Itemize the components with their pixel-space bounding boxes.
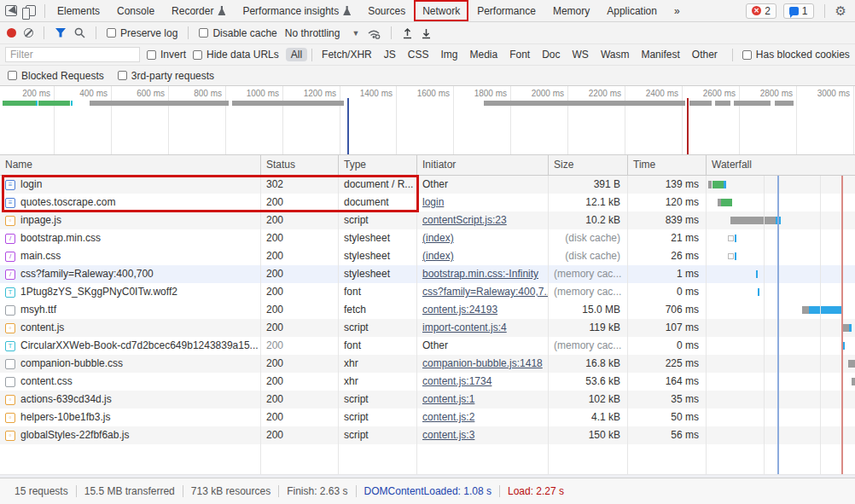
table-row[interactable]: ▫content.js200scriptimport-content.js:41… [0,319,855,337]
table-row[interactable]: content.css200xhrcontent.js:173453.6 kB1… [0,373,855,391]
record-button[interactable] [7,28,16,38]
initiator-link[interactable]: content.js:24193 [422,304,497,316]
checkbox[interactable] [193,50,202,60]
filter-pill-media[interactable]: Media [464,48,503,61]
type-cell: script [339,426,417,444]
blocked-requests-checkbox[interactable]: Blocked Requests [8,70,104,82]
initiator-link[interactable]: css?family=Raleway:400,7... [422,286,549,298]
filter-pill-css[interactable]: CSS [403,48,434,61]
initiator-link[interactable]: content.js:1734 [422,375,491,387]
table-row[interactable]: ▫inpage.js200scriptcontentScript.js:2310… [0,211,855,229]
time-cell: 50 ms [628,408,707,426]
filter-pill-wasm[interactable]: Wasm [596,48,635,61]
errors-badge[interactable]: ✕ 2 [746,3,776,19]
device-toolbar-icon[interactable] [26,5,36,16]
table-row[interactable]: ▫actions-639cd34d.js200scriptcontent.js:… [0,391,855,408]
disable-cache-checkbox[interactable]: Disable cache [199,27,276,39]
stylesheet-icon: / [5,234,15,244]
table-row[interactable]: /css?family=Raleway:400,700200stylesheet… [0,265,855,283]
clear-icon[interactable] [24,28,33,38]
overview-tick-label: 1000 ms [231,89,279,98]
filter-pill-fetch-xhr[interactable]: Fetch/XHR [317,48,377,61]
overview-activity-bar [36,101,38,106]
third-party-requests-checkbox[interactable]: 3rd-party requests [118,70,214,82]
table-row[interactable]: ≡login302document / R...Other391 B139 ms [0,176,855,194]
checkbox[interactable] [8,71,17,80]
tab-elements[interactable]: Elements [49,0,108,21]
filter-pill-font[interactable]: Font [504,48,535,61]
tab-recorder[interactable]: Recorder [163,0,234,21]
column-header-initiator[interactable]: Initiator [417,155,549,175]
inspect-element-icon[interactable] [5,5,17,16]
overview-tick-label: 200 ms [3,89,50,98]
tab--[interactable]: » [666,0,689,21]
table-row[interactable]: ≡quotes.toscrape.com200documentlogin12.1… [0,194,855,211]
filter-pill-all[interactable]: All [286,48,307,61]
filter-pill-manifest[interactable]: Manifest [636,48,684,61]
hide-data-urls-checkbox[interactable]: Hide data URLs [193,49,279,61]
initiator-link[interactable]: companion-bubble.js:1418 [422,357,543,369]
throttling-select[interactable]: No throttling ▼ [285,27,360,39]
initiator-link[interactable]: content.js:2 [422,411,474,423]
column-header-name[interactable]: Name [0,155,261,175]
invert-checkbox[interactable]: Invert [147,49,186,61]
network-overview-timeline[interactable]: 200 ms400 ms600 ms800 ms1000 ms1200 ms14… [0,86,855,155]
status-cell: 200 [261,319,339,337]
issues-badge[interactable]: 1 [783,3,814,19]
column-header-waterfall[interactable]: Waterfall [707,155,855,175]
filter-pill-js[interactable]: JS [379,48,401,61]
waterfall-cell [707,337,855,355]
table-row[interactable]: companion-bubble.css200xhrcompanion-bubb… [0,355,855,373]
initiator-link[interactable]: (index) [422,232,454,244]
time-cell: 35 ms [628,391,707,408]
column-header-size[interactable]: Size [549,155,628,175]
initiator-link[interactable]: content.js:3 [422,429,474,441]
filter-pill-img[interactable]: Img [435,48,462,61]
request-name: companion-bubble.css [20,355,123,373]
import-har-icon[interactable] [402,27,413,39]
table-row[interactable]: /bootstrap.min.css200stylesheet(index)(d… [0,229,855,247]
table-row[interactable]: T1Ptug8zYS_SKggPNyC0ITw.woff2200fontcss?… [0,283,855,301]
initiator-link[interactable]: contentScript.js:23 [422,214,507,226]
network-conditions-icon[interactable] [367,27,381,39]
has-blocked-cookies-checkbox[interactable]: Has blocked cookies [742,49,850,61]
initiator-link[interactable]: import-content.js:4 [422,322,507,333]
initiator-link[interactable]: bootstrap.min.css:-Infinity [422,268,538,280]
type-cell: stylesheet [339,247,417,265]
tab-sources[interactable]: Sources [359,0,414,21]
checkbox[interactable] [118,71,127,80]
search-icon[interactable] [74,27,85,38]
checkbox[interactable] [199,28,208,38]
filter-input[interactable] [5,47,140,62]
checkbox[interactable] [107,28,116,38]
initiator-link[interactable]: login [422,196,444,208]
table-row[interactable]: ▫helpers-10be1fb3.js200scriptcontent.js:… [0,408,855,426]
tab-performance[interactable]: Performance [468,0,544,21]
initiator-link[interactable]: content.js:1 [422,393,474,405]
table-row[interactable]: /main.css200stylesheet(index)(disk cache… [0,247,855,265]
table-row[interactable]: ▫globalStyles-22fbf6ab.js200scriptconten… [0,426,855,444]
filter-pill-ws[interactable]: WS [567,48,594,61]
filter-pill-other[interactable]: Other [687,48,723,61]
column-header-type[interactable]: Type [339,155,417,175]
tab-performance-insights[interactable]: Performance insights [234,0,359,21]
tab-network[interactable]: Network [414,0,468,21]
tab-application[interactable]: Application [598,0,666,21]
request-name: content.js [20,319,64,337]
checkbox[interactable] [147,50,156,60]
export-har-icon[interactable] [421,27,432,39]
filter-icon[interactable] [55,27,67,38]
checkbox[interactable] [742,50,752,60]
column-header-status[interactable]: Status [261,155,339,175]
tab-console[interactable]: Console [108,0,163,21]
tab-memory[interactable]: Memory [544,0,598,21]
filter-pill-doc[interactable]: Doc [537,48,565,61]
type-cell: font [339,337,417,355]
overview-gridline [396,86,397,154]
preserve-log-checkbox[interactable]: Preserve log [107,27,177,39]
column-header-time[interactable]: Time [628,155,707,175]
initiator-link[interactable]: (index) [422,250,454,262]
settings-gear-icon[interactable]: ⚙ [835,4,846,17]
table-row[interactable]: msyh.ttf200fetchcontent.js:2419315.0 MB7… [0,301,855,319]
table-row[interactable]: TCircularXXWeb-Book-cd7d2bcec649b1243839… [0,337,855,355]
